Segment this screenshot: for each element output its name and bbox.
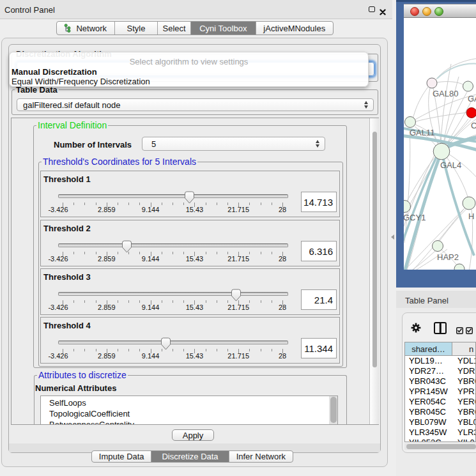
svg-text:HAP2: HAP2: [437, 252, 459, 262]
svg-text:GAL11: GAL11: [410, 128, 435, 137]
svg-text:GAL80: GAL80: [433, 89, 458, 98]
svg-text:GCY1: GCY1: [404, 213, 426, 222]
svg-text:H: H: [468, 211, 474, 221]
svg-text:GAL4: GAL4: [440, 160, 461, 170]
svg-text:GA: GA: [468, 94, 476, 104]
svg-text:C: C: [471, 121, 476, 130]
